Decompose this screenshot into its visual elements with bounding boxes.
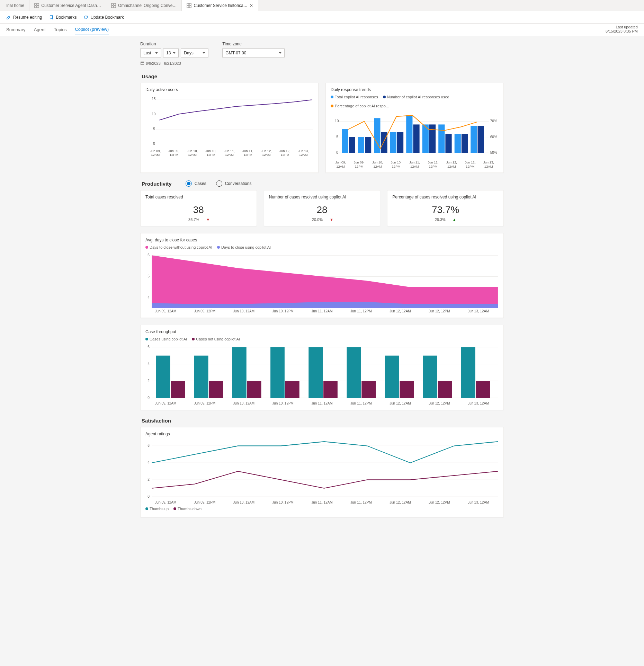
- app-tab-cs-dashboard[interactable]: Customer Service Agent Dash…: [29, 0, 106, 11]
- card-daily-response-trends: Daily response trends Total copilot AI r…: [325, 83, 504, 173]
- svg-rect-78: [438, 381, 452, 398]
- calendar-icon: [140, 61, 144, 66]
- svg-rect-10: [187, 6, 189, 7]
- radio-conversations[interactable]: Conversations: [216, 180, 252, 187]
- duration-unit-select[interactable]: Days: [181, 48, 208, 57]
- svg-text:0: 0: [336, 151, 338, 154]
- radio-cases[interactable]: Cases: [186, 180, 206, 187]
- svg-rect-0: [35, 3, 36, 5]
- svg-rect-38: [397, 132, 403, 153]
- card-title: Agent ratings: [145, 432, 499, 436]
- x-axis-labels: Jun 09, 12AMJun 09, 12PMJun 10, 12AMJun …: [145, 400, 499, 406]
- button-label: Bookmarks: [56, 15, 77, 20]
- kpi-ai-cases: Number of cases resolved using copilot A…: [264, 190, 381, 226]
- trend-down-icon: ▼: [330, 217, 333, 222]
- svg-rect-79: [461, 347, 475, 398]
- pencil-icon: [6, 15, 11, 20]
- card-title: Avg. days to close for cases: [145, 238, 499, 242]
- duration-relative-select[interactable]: Last: [140, 48, 161, 57]
- kpi-change: -36.7% ▼: [145, 217, 252, 222]
- kpi-title: Percentage of cases resolved using copil…: [392, 195, 499, 199]
- svg-rect-11: [189, 6, 191, 7]
- chart-legend: Thumbs up Thumbs down: [145, 507, 499, 511]
- tab-topics[interactable]: Topics: [54, 24, 67, 35]
- tab-copilot[interactable]: Copilot (preview): [75, 24, 109, 35]
- button-label: Update Bookmark: [90, 15, 124, 20]
- svg-text:0: 0: [147, 396, 150, 400]
- dashboard-icon: [111, 3, 116, 8]
- update-bookmark-button[interactable]: Update Bookmark: [83, 15, 124, 20]
- tab-label: Customer Service historica…: [194, 3, 247, 8]
- svg-rect-8: [187, 3, 189, 5]
- svg-text:4: 4: [147, 362, 150, 366]
- svg-rect-66: [209, 381, 223, 398]
- app-tab-cs-historical[interactable]: Customer Service historica… ✕: [182, 0, 258, 11]
- svg-rect-69: [270, 347, 285, 398]
- svg-rect-64: [171, 381, 185, 398]
- svg-rect-73: [347, 347, 361, 398]
- svg-text:2: 2: [147, 478, 150, 481]
- svg-rect-68: [247, 381, 261, 398]
- card-title: Daily active users: [145, 87, 313, 92]
- svg-text:70%: 70%: [490, 119, 497, 123]
- tab-summary[interactable]: Summary: [6, 24, 26, 35]
- svg-rect-65: [194, 356, 208, 398]
- duration-number-select[interactable]: 13: [163, 48, 179, 57]
- chart-daily-response-trends: 10 5 0 70% 60% 50%: [331, 110, 499, 168]
- card-title: Case throughput: [145, 329, 499, 334]
- svg-rect-42: [429, 124, 436, 153]
- svg-rect-37: [390, 132, 396, 153]
- card-title: Daily response trends: [331, 87, 499, 92]
- app-tab-strip: Trial home Customer Service Agent Dash… …: [0, 0, 644, 11]
- timezone-select[interactable]: GMT-07:00: [222, 48, 285, 57]
- svg-text:10: 10: [335, 119, 339, 123]
- svg-rect-3: [37, 6, 39, 7]
- svg-rect-31: [342, 129, 348, 153]
- kpi-title: Number of cases resolved using copilot A…: [269, 195, 375, 199]
- last-updated: Last updated 6/15/2023 8:35 PM: [606, 25, 638, 33]
- svg-text:6: 6: [147, 345, 150, 349]
- dashboard-icon: [187, 3, 191, 8]
- duration-label: Duration: [140, 42, 208, 46]
- svg-rect-63: [156, 356, 170, 398]
- chart-daily-active-users: 15 10 5 0 Jun 09, 12AMJun 09, 12PMJun 10…: [145, 95, 313, 157]
- svg-rect-12: [141, 62, 144, 64]
- svg-rect-1: [37, 3, 39, 5]
- svg-rect-74: [361, 381, 376, 398]
- svg-text:15: 15: [152, 97, 156, 101]
- app-tab-omnichannel[interactable]: Omnichannel Ongoing Conve…: [106, 0, 182, 11]
- section-satisfaction-heading: Satisfaction: [142, 418, 504, 424]
- trend-down-icon: ▼: [206, 217, 210, 222]
- bookmarks-button[interactable]: Bookmarks: [49, 15, 77, 20]
- svg-rect-76: [400, 381, 414, 398]
- svg-rect-32: [349, 137, 355, 153]
- svg-rect-47: [471, 126, 477, 153]
- svg-rect-7: [114, 6, 116, 7]
- close-icon[interactable]: ✕: [250, 3, 253, 8]
- svg-rect-9: [189, 3, 191, 5]
- kpi-value: 28: [269, 204, 375, 215]
- kpi-total-cases: Total cases resolved 38 -36.7% ▼: [140, 190, 257, 226]
- svg-rect-2: [35, 6, 36, 7]
- tab-agent[interactable]: Agent: [34, 24, 46, 35]
- date-range: 6/9/2023 - 6/21/2023: [140, 61, 208, 66]
- svg-rect-77: [423, 356, 437, 398]
- filters-row: Duration Last 13 Days 6/9/2023 - 6/21/20…: [140, 42, 504, 66]
- dashboard-icon: [34, 3, 39, 8]
- tab-label: Customer Service Agent Dash…: [41, 3, 101, 8]
- svg-rect-43: [438, 124, 445, 153]
- svg-rect-36: [381, 132, 387, 153]
- svg-text:10: 10: [152, 112, 156, 116]
- chart-avg-days: 6 5 4 Jun 09, 12AMJun 09, 12PMJun 10, 12…: [145, 251, 499, 313]
- bookmark-icon: [49, 15, 54, 20]
- last-updated-value: 6/15/2023 8:35 PM: [606, 29, 638, 33]
- chart-throughput: 6 4 2 0 Jun 09, 12AMJun 09, 12PMJun 10, …: [145, 343, 499, 405]
- app-tab-trial-home[interactable]: Trial home: [0, 0, 29, 11]
- svg-rect-75: [385, 356, 399, 398]
- resume-editing-button[interactable]: Resume editing: [6, 15, 42, 20]
- svg-rect-70: [285, 381, 299, 398]
- last-updated-label: Last updated: [606, 25, 638, 29]
- svg-rect-80: [476, 381, 490, 398]
- card-agent-ratings: Agent ratings 6 4 2 0 Jun 09, 12AMJun 09…: [140, 427, 504, 517]
- svg-rect-33: [358, 137, 364, 153]
